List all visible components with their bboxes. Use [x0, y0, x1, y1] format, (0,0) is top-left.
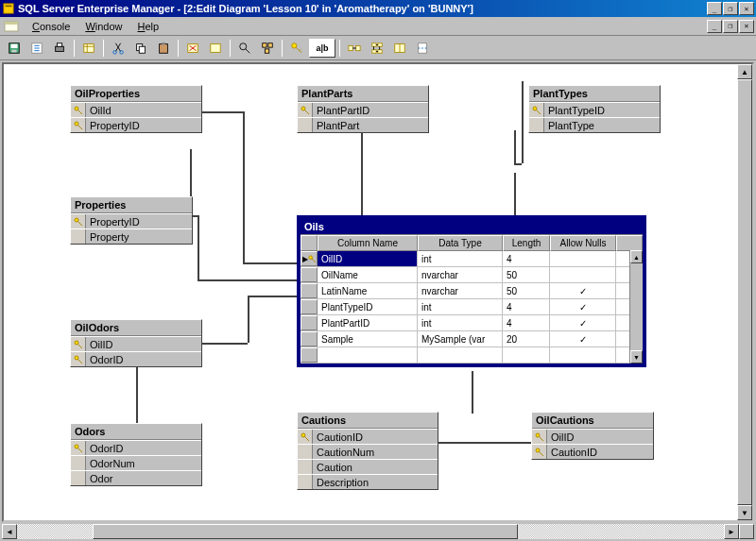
table-oils[interactable]: Oils Column Name Data Type Length Allow …	[297, 215, 646, 367]
table-row[interactable]: PlantPartID	[298, 102, 428, 117]
table-row[interactable]: OilID	[532, 429, 653, 444]
grid-row[interactable]: LatinNamenvarchar50✓	[301, 283, 643, 299]
menu-bar: Console Window Help _ ❐ ✕	[0, 17, 756, 36]
rel-line	[200, 111, 243, 113]
table-oilcautions[interactable]: OilCautions OilID CautionID	[531, 412, 654, 460]
app-icon	[2, 2, 15, 15]
table-row[interactable]: CautionID	[532, 444, 653, 459]
grid-row[interactable]: ▶OilIDint4	[301, 251, 643, 267]
rel-line	[522, 81, 524, 163]
new-table-button[interactable]	[78, 38, 99, 59]
table-row[interactable]: CautionNum	[298, 444, 438, 459]
rel-line	[514, 163, 522, 165]
arrange-button[interactable]	[257, 38, 278, 59]
zoom-button[interactable]	[234, 38, 255, 59]
scroll-up-icon[interactable]: ▲	[630, 250, 643, 263]
table-row[interactable]: OdorID	[71, 351, 201, 366]
grid-row[interactable]: PlantTypeIDint4✓	[301, 299, 643, 315]
table-row[interactable]: OilId	[71, 102, 201, 117]
svg-rect-26	[372, 42, 376, 46]
scroll-left-button[interactable]: ◄	[2, 524, 17, 539]
rel-line	[198, 215, 199, 281]
svg-rect-0	[4, 4, 14, 14]
svg-rect-18	[211, 43, 221, 52]
table-oilproperties[interactable]: OilProperties OilId PropertyID	[70, 85, 202, 133]
mdi-restore-button[interactable]: ❐	[723, 20, 738, 33]
table-plantparts[interactable]: PlantParts PlantPartID PlantPart	[297, 85, 429, 133]
diagram-canvas[interactable]: OilProperties OilId PropertyID PlantPart…	[2, 62, 754, 522]
svg-rect-25	[356, 45, 360, 50]
grid-row[interactable]: PlantPartIDint4✓	[301, 315, 643, 331]
delete-button[interactable]	[182, 38, 203, 59]
rel-line	[248, 296, 249, 343]
rel-line	[200, 343, 248, 345]
table-planttypes[interactable]: PlantTypes PlantTypeID PlantType	[528, 85, 661, 133]
svg-rect-14	[139, 46, 145, 53]
grid-row[interactable]: OilNamenvarchar50	[301, 267, 643, 283]
col-header-length[interactable]: Length	[503, 235, 550, 251]
menu-window[interactable]: Window	[77, 19, 129, 34]
table-odors[interactable]: Odors OdorID OdorNum Odor	[70, 423, 202, 486]
grid-vscrollbar[interactable]: ▲ ▼	[629, 250, 643, 363]
textbox-button[interactable]: a|b	[309, 39, 335, 58]
table-row[interactable]: OilID	[71, 336, 201, 351]
show-button[interactable]	[205, 38, 226, 59]
scroll-thumb[interactable]	[737, 79, 752, 505]
table-row[interactable]: Caution	[298, 459, 438, 474]
scroll-right-button[interactable]: ►	[724, 524, 739, 539]
table-row[interactable]: Description	[298, 474, 438, 489]
print-button[interactable]	[49, 38, 70, 59]
table-oilodors[interactable]: OilOdors OilID OdorID	[70, 319, 202, 367]
scroll-up-button[interactable]: ▲	[737, 64, 752, 79]
rel-line	[514, 130, 516, 163]
menu-help[interactable]: Help	[130, 19, 167, 34]
table-row[interactable]: PlantTypeID	[529, 102, 660, 117]
relationship-button[interactable]	[344, 38, 365, 59]
table-row[interactable]: OdorNum	[71, 455, 201, 470]
pagebreak-button[interactable]	[412, 38, 433, 59]
rel-line	[198, 279, 297, 281]
table-row[interactable]: PropertyID	[71, 117, 201, 132]
maximize-button[interactable]: ❐	[723, 2, 738, 15]
canvas-hscrollbar[interactable]: ◄ ►	[2, 524, 754, 539]
table-row[interactable]: Property	[71, 228, 192, 244]
canvas-vscrollbar[interactable]: ▲ ▼	[737, 64, 752, 520]
table-row[interactable]: Odor	[71, 470, 201, 485]
mdi-close-button[interactable]: ✕	[739, 20, 754, 33]
table-row[interactable]: OdorID	[71, 440, 201, 455]
svg-rect-24	[349, 45, 352, 50]
window-titlebar: SQL Server Enterprise Manager - [2:Edit …	[0, 0, 756, 17]
table-cautions[interactable]: Cautions CautionID CautionNum Caution De…	[297, 412, 438, 490]
scroll-thumb[interactable]	[93, 524, 518, 539]
col-header-name[interactable]: Column Name	[318, 235, 418, 251]
svg-rect-8	[56, 46, 64, 51]
scroll-down-button[interactable]: ▼	[737, 505, 752, 520]
cut-button[interactable]	[108, 38, 129, 59]
svg-rect-20	[263, 42, 266, 46]
table-row[interactable]: PropertyID	[71, 213, 192, 228]
menu-console[interactable]: Console	[25, 19, 77, 34]
scroll-down-icon[interactable]: ▼	[630, 350, 643, 363]
grid-row[interactable]: SampleMySample (var20✓	[301, 331, 643, 347]
minimize-button[interactable]: _	[707, 2, 722, 15]
constraints-button[interactable]	[389, 38, 410, 59]
grid-empty-row[interactable]	[301, 347, 643, 363]
key-button[interactable]	[286, 38, 307, 59]
grid-header: Column Name Data Type Length Allow Nulls	[301, 235, 643, 251]
save-button[interactable]	[4, 38, 25, 59]
paste-button[interactable]	[153, 38, 174, 59]
rel-line	[361, 130, 363, 215]
close-button[interactable]: ✕	[739, 2, 754, 15]
col-header-type[interactable]: Data Type	[418, 235, 503, 251]
indexes-button[interactable]	[367, 38, 387, 59]
table-row[interactable]: PlantPart	[298, 117, 428, 132]
col-header-nulls[interactable]: Allow Nulls	[550, 235, 616, 251]
properties-button[interactable]	[26, 38, 47, 59]
rel-line	[472, 442, 533, 444]
copy-button[interactable]	[130, 38, 151, 59]
table-row[interactable]: CautionID	[298, 429, 438, 444]
table-row[interactable]: PlantType	[529, 117, 660, 132]
mdi-minimize-button[interactable]: _	[707, 20, 722, 33]
table-properties[interactable]: Properties PropertyID Property	[70, 196, 193, 245]
svg-rect-15	[160, 43, 168, 53]
